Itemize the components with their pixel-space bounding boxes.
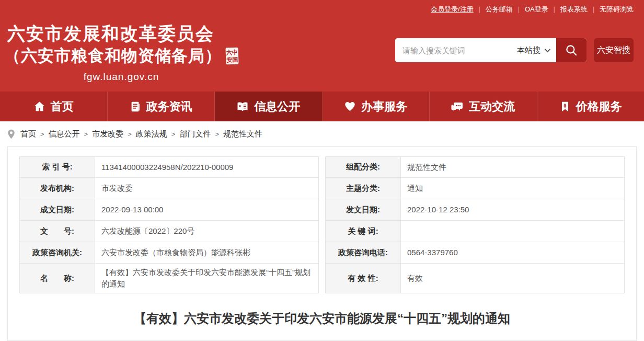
table-gap: [319, 178, 325, 199]
meta-value-group-category: 规范性文件: [401, 156, 625, 178]
meta-value-topic-category: 通知: [401, 178, 625, 199]
nav-item-home[interactable]: 首页: [0, 92, 108, 121]
meta-label-doc-number: 文 号:: [19, 221, 95, 242]
site-logo[interactable]: 六安市发展和改革委员会 （六安市粮食和物资储备局） 六 中 安 国 fgw.lu…: [7, 23, 235, 83]
nav-label: 互动交流: [469, 99, 515, 115]
chevron-down-icon: [545, 47, 550, 52]
meta-label-topic-category: 主题分类:: [325, 178, 401, 199]
breadcrumb-item-info[interactable]: 信息公开: [49, 129, 80, 139]
site-title-line1: 六安市发展和改革委员会: [7, 23, 235, 44]
meta-label-validity: 有 效 性:: [325, 264, 401, 293]
utility-links: 会员登录/注册 | 公务邮箱 | OA登录 | 报表系统 | 无障碍浏览: [431, 5, 634, 14]
meta-value-written-date: 2022-09-13 00:00: [95, 199, 319, 221]
meta-label-doc-name: 名 称:: [19, 264, 95, 293]
report-system-link[interactable]: 报表系统: [560, 5, 588, 14]
table-gap: [319, 221, 325, 242]
meta-value-doc-number: 六发改能源〔2022〕220号: [95, 221, 319, 242]
member-login-link[interactable]: 会员登录/注册: [431, 5, 474, 14]
nav-item-news[interactable]: 政务资讯: [108, 92, 215, 121]
oa-login-link[interactable]: OA登录: [525, 5, 548, 14]
nav-item-price-service[interactable]: 价格服务: [537, 92, 644, 121]
meta-label-publisher: 发布机构:: [19, 178, 95, 199]
document-title: 【有效】六安市发改委关于印发六安市能源发展“十四五”规划的通知: [19, 310, 625, 327]
site-title-line2: （六安市粮食和物资储备局）: [4, 46, 222, 66]
site-header: 会员登录/注册 | 公务邮箱 | OA登录 | 报表系统 | 无障碍浏览 六安市…: [0, 0, 644, 92]
meta-value-publisher: 市发改委: [95, 178, 319, 199]
nav-label: 信息公开: [254, 99, 300, 115]
nav-item-info-disclosure[interactable]: 信息公开: [215, 92, 323, 121]
link-separator: |: [554, 6, 555, 13]
heart-icon: [344, 100, 356, 112]
meta-label-consult-org: 政策咨询机关:: [19, 242, 95, 264]
nav-label: 价格服务: [576, 99, 622, 115]
breadcrumb-separator: >: [171, 130, 176, 138]
nav-label: 首页: [51, 99, 74, 115]
link-separator: |: [479, 6, 480, 13]
link-separator: |: [593, 6, 594, 13]
site-url: fgw.luan.gov.cn: [7, 71, 235, 83]
meta-label-group-category: 组配分类:: [325, 156, 401, 178]
document-card: 索 引 号: 11341400003224958N/202210-00009 组…: [7, 146, 637, 341]
price-bookmark-icon: [559, 101, 571, 112]
nav-label: 办事服务: [361, 99, 407, 115]
gov-mail-link[interactable]: 公务邮箱: [486, 5, 513, 14]
search-bar: 本站搜: [395, 38, 586, 62]
breadcrumb-item-home[interactable]: 首页: [20, 129, 36, 139]
breadcrumb-separator: >: [84, 130, 88, 138]
search-scope-label: 本站搜: [517, 46, 540, 55]
seal-char: 六: [226, 49, 232, 56]
meta-label-index-no: 索 引 号:: [19, 156, 95, 178]
breadcrumb-item-policy[interactable]: 政策法规: [136, 129, 167, 139]
breadcrumb-item-normative[interactable]: 规范性文件: [223, 129, 262, 139]
table-gap: [319, 156, 325, 178]
seal-char: 中: [232, 49, 238, 56]
breadcrumb-separator: >: [128, 130, 132, 138]
search-scope-dropdown[interactable]: 本站搜: [514, 38, 556, 62]
search-input[interactable]: [395, 38, 514, 62]
nav-item-interaction[interactable]: 互动交流: [430, 92, 537, 121]
nav-label: 政务资讯: [146, 99, 192, 115]
location-pin-icon: [7, 129, 15, 139]
table-gap: [319, 199, 325, 221]
seal-char: 国: [232, 56, 238, 63]
smart-search-button[interactable]: 六安智搜: [594, 38, 634, 62]
meta-label-issue-date: 发文日期:: [325, 199, 401, 221]
meta-label-consult-phone: 政策咨询电话:: [325, 242, 401, 264]
breadcrumb-item-fgw[interactable]: 市发改委: [92, 129, 123, 139]
link-separator: |: [518, 6, 520, 13]
meta-label-written-date: 成文日期:: [19, 199, 95, 221]
home-icon: [33, 100, 45, 112]
document-meta-table: 索 引 号: 11341400003224958N/202210-00009 组…: [19, 156, 625, 293]
meta-value-keywords: [401, 221, 625, 242]
meta-label-keywords: 关 键 词:: [325, 221, 401, 242]
news-doc-icon: [130, 101, 141, 112]
search-zone: 本站搜 六安智搜: [395, 38, 634, 62]
meta-value-consult-org: 六安市发改委（市粮食物资局）能源科张彬: [95, 242, 319, 264]
seal-char: 安: [226, 56, 232, 63]
nav-item-services[interactable]: 办事服务: [323, 92, 430, 121]
open-book-icon: [236, 100, 249, 113]
meta-value-issue-date: 2022-10-12 23:50: [401, 199, 625, 221]
meta-value-consult-phone: 0564-3379760: [401, 242, 625, 264]
meta-value-validity: 有效: [401, 264, 625, 293]
table-gap: [319, 242, 325, 264]
table-gap: [319, 264, 325, 293]
breadcrumb-separator: >: [40, 130, 44, 138]
breadcrumb-item-dept-doc[interactable]: 部门文件: [179, 129, 211, 139]
main-nav: 首页 政务资讯 信息公开 办事服务: [0, 92, 644, 121]
chat-bubbles-icon: [451, 100, 464, 113]
seal-icon: 六 中 安 国: [225, 48, 238, 65]
breadcrumb: 首页 > 信息公开 > 市发改委 > 政策法规 > 部门文件 > 规范性文件: [0, 121, 644, 146]
meta-value-index-no: 11341400003224958N/202210-00009: [95, 156, 319, 178]
accessibility-link[interactable]: 无障碍浏览: [600, 5, 634, 14]
search-button[interactable]: [556, 38, 586, 62]
meta-value-doc-name: 【有效】六安市发改委关于印发六安市能源发展“十四五”规划的通知: [95, 264, 319, 293]
breadcrumb-separator: >: [215, 130, 219, 138]
search-icon: [565, 43, 578, 57]
